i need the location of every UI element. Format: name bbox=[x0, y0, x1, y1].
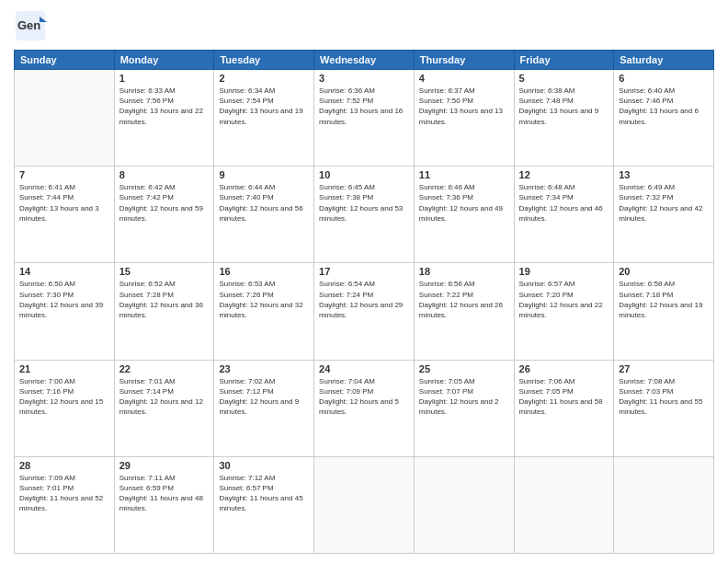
day-info: Sunrise: 7:06 AMSunset: 7:05 PMDaylight:… bbox=[519, 376, 609, 418]
day-info: Sunrise: 7:11 AMSunset: 6:59 PMDaylight:… bbox=[119, 473, 210, 514]
day-info: Sunrise: 6:46 AMSunset: 7:36 PMDaylight:… bbox=[419, 182, 509, 224]
calendar-cell: 15Sunrise: 6:52 AMSunset: 7:28 PMDayligh… bbox=[114, 263, 214, 360]
week-row-4: 28Sunrise: 7:09 AMSunset: 7:01 PMDayligh… bbox=[15, 456, 714, 553]
calendar-cell: 19Sunrise: 6:57 AMSunset: 7:20 PMDayligh… bbox=[514, 263, 614, 360]
calendar-cell: 7Sunrise: 6:41 AMSunset: 7:44 PMDaylight… bbox=[15, 167, 115, 263]
day-number: 29 bbox=[119, 460, 210, 471]
calendar-table: SundayMondayTuesdayWednesdayThursdayFrid… bbox=[14, 50, 714, 554]
day-number: 7 bbox=[19, 169, 109, 180]
day-number: 15 bbox=[119, 266, 210, 277]
week-row-3: 21Sunrise: 7:00 AMSunset: 7:16 PMDayligh… bbox=[15, 360, 714, 456]
calendar-cell: 2Sunrise: 6:34 AMSunset: 7:54 PMDaylight… bbox=[214, 70, 314, 167]
day-info: Sunrise: 7:05 AMSunset: 7:07 PMDaylight:… bbox=[419, 376, 509, 418]
day-info: Sunrise: 6:54 AMSunset: 7:24 PMDaylight:… bbox=[319, 279, 409, 320]
weekday-header-tuesday: Tuesday bbox=[214, 51, 314, 70]
day-number: 2 bbox=[219, 73, 309, 84]
day-info: Sunrise: 6:42 AMSunset: 7:42 PMDaylight:… bbox=[119, 182, 210, 224]
calendar-cell: 20Sunrise: 6:58 AMSunset: 7:18 PMDayligh… bbox=[614, 263, 714, 360]
calendar-cell: 10Sunrise: 6:45 AMSunset: 7:38 PMDayligh… bbox=[314, 167, 415, 263]
day-info: Sunrise: 6:53 AMSunset: 7:26 PMDaylight:… bbox=[219, 279, 309, 320]
day-info: Sunrise: 6:45 AMSunset: 7:38 PMDaylight:… bbox=[319, 182, 409, 224]
day-info: Sunrise: 7:08 AMSunset: 7:03 PMDaylight:… bbox=[619, 376, 709, 418]
calendar-cell bbox=[414, 456, 514, 553]
calendar-cell: 27Sunrise: 7:08 AMSunset: 7:03 PMDayligh… bbox=[614, 360, 714, 456]
calendar-cell bbox=[514, 456, 614, 553]
day-info: Sunrise: 6:50 AMSunset: 7:30 PMDaylight:… bbox=[19, 279, 109, 320]
day-number: 21 bbox=[19, 363, 109, 374]
calendar-cell: 22Sunrise: 7:01 AMSunset: 7:14 PMDayligh… bbox=[114, 360, 214, 456]
day-info: Sunrise: 6:34 AMSunset: 7:54 PMDaylight:… bbox=[219, 86, 309, 127]
calendar-cell: 28Sunrise: 7:09 AMSunset: 7:01 PMDayligh… bbox=[15, 456, 115, 553]
day-number: 20 bbox=[619, 266, 709, 277]
day-info: Sunrise: 7:00 AMSunset: 7:16 PMDaylight:… bbox=[19, 376, 109, 418]
calendar-cell: 11Sunrise: 6:46 AMSunset: 7:36 PMDayligh… bbox=[414, 167, 514, 263]
day-info: Sunrise: 6:40 AMSunset: 7:46 PMDaylight:… bbox=[619, 86, 709, 127]
day-number: 10 bbox=[319, 169, 409, 180]
calendar-cell: 24Sunrise: 7:04 AMSunset: 7:09 PMDayligh… bbox=[314, 360, 415, 456]
week-row-0: 1Sunrise: 6:33 AMSunset: 7:56 PMDaylight… bbox=[15, 70, 714, 167]
day-number: 4 bbox=[419, 73, 509, 84]
day-number: 25 bbox=[419, 363, 509, 374]
day-number: 18 bbox=[419, 266, 509, 277]
day-info: Sunrise: 6:52 AMSunset: 7:28 PMDaylight:… bbox=[119, 279, 210, 320]
week-row-2: 14Sunrise: 6:50 AMSunset: 7:30 PMDayligh… bbox=[15, 263, 714, 360]
day-number: 19 bbox=[519, 266, 609, 277]
day-number: 27 bbox=[619, 363, 709, 374]
day-number: 1 bbox=[119, 73, 210, 84]
day-info: Sunrise: 6:48 AMSunset: 7:34 PMDaylight:… bbox=[519, 182, 609, 224]
weekday-header-saturday: Saturday bbox=[614, 51, 714, 70]
day-number: 12 bbox=[519, 169, 609, 180]
day-info: Sunrise: 6:49 AMSunset: 7:32 PMDaylight:… bbox=[619, 182, 709, 224]
calendar-cell bbox=[15, 70, 115, 167]
calendar-cell: 16Sunrise: 6:53 AMSunset: 7:26 PMDayligh… bbox=[214, 263, 314, 360]
day-number: 9 bbox=[219, 169, 309, 180]
calendar-cell: 3Sunrise: 6:36 AMSunset: 7:52 PMDaylight… bbox=[314, 70, 415, 167]
calendar-cell: 6Sunrise: 6:40 AMSunset: 7:46 PMDaylight… bbox=[614, 70, 714, 167]
day-info: Sunrise: 6:36 AMSunset: 7:52 PMDaylight:… bbox=[319, 86, 409, 127]
calendar-cell: 25Sunrise: 7:05 AMSunset: 7:07 PMDayligh… bbox=[414, 360, 514, 456]
day-number: 3 bbox=[319, 73, 409, 84]
day-info: Sunrise: 6:58 AMSunset: 7:18 PMDaylight:… bbox=[619, 279, 709, 320]
day-info: Sunrise: 6:56 AMSunset: 7:22 PMDaylight:… bbox=[419, 279, 509, 320]
day-number: 14 bbox=[19, 266, 109, 277]
day-info: Sunrise: 7:12 AMSunset: 6:57 PMDaylight:… bbox=[219, 473, 309, 514]
calendar-cell: 4Sunrise: 6:37 AMSunset: 7:50 PMDaylight… bbox=[414, 70, 514, 167]
day-number: 22 bbox=[119, 363, 210, 374]
calendar-cell: 14Sunrise: 6:50 AMSunset: 7:30 PMDayligh… bbox=[15, 263, 115, 360]
svg-text:Gen: Gen bbox=[17, 18, 40, 32]
calendar-cell: 18Sunrise: 6:56 AMSunset: 7:22 PMDayligh… bbox=[414, 263, 514, 360]
calendar-cell: 21Sunrise: 7:00 AMSunset: 7:16 PMDayligh… bbox=[15, 360, 115, 456]
calendar-cell: 12Sunrise: 6:48 AMSunset: 7:34 PMDayligh… bbox=[514, 167, 614, 263]
day-info: Sunrise: 7:09 AMSunset: 7:01 PMDaylight:… bbox=[19, 473, 109, 514]
weekday-header-monday: Monday bbox=[114, 51, 214, 70]
calendar-cell bbox=[314, 456, 415, 553]
day-info: Sunrise: 6:44 AMSunset: 7:40 PMDaylight:… bbox=[219, 182, 309, 224]
day-number: 17 bbox=[319, 266, 409, 277]
weekday-header-row: SundayMondayTuesdayWednesdayThursdayFrid… bbox=[15, 51, 714, 70]
calendar-cell: 1Sunrise: 6:33 AMSunset: 7:56 PMDaylight… bbox=[114, 70, 214, 167]
weekday-header-friday: Friday bbox=[514, 51, 614, 70]
day-info: Sunrise: 6:37 AMSunset: 7:50 PMDaylight:… bbox=[419, 86, 509, 127]
day-number: 11 bbox=[419, 169, 509, 180]
day-number: 30 bbox=[219, 460, 309, 471]
day-number: 8 bbox=[119, 169, 210, 180]
day-info: Sunrise: 6:38 AMSunset: 7:48 PMDaylight:… bbox=[519, 86, 609, 127]
day-number: 5 bbox=[519, 73, 609, 84]
day-info: Sunrise: 6:41 AMSunset: 7:44 PMDaylight:… bbox=[19, 182, 109, 224]
day-number: 28 bbox=[19, 460, 109, 471]
calendar-cell: 30Sunrise: 7:12 AMSunset: 6:57 PMDayligh… bbox=[214, 456, 314, 553]
calendar-cell: 9Sunrise: 6:44 AMSunset: 7:40 PMDaylight… bbox=[214, 167, 314, 263]
day-info: Sunrise: 7:04 AMSunset: 7:09 PMDaylight:… bbox=[319, 376, 409, 418]
calendar-cell: 5Sunrise: 6:38 AMSunset: 7:48 PMDaylight… bbox=[514, 70, 614, 167]
calendar-cell: 26Sunrise: 7:06 AMSunset: 7:05 PMDayligh… bbox=[514, 360, 614, 456]
weekday-header-sunday: Sunday bbox=[15, 51, 115, 70]
calendar-cell: 13Sunrise: 6:49 AMSunset: 7:32 PMDayligh… bbox=[614, 167, 714, 263]
day-number: 23 bbox=[219, 363, 309, 374]
day-info: Sunrise: 7:01 AMSunset: 7:14 PMDaylight:… bbox=[119, 376, 210, 418]
page: Gen SundayMondayTuesdayWednesdayThursday… bbox=[0, 0, 728, 563]
day-number: 6 bbox=[619, 73, 709, 84]
day-info: Sunrise: 6:57 AMSunset: 7:20 PMDaylight:… bbox=[519, 279, 609, 320]
week-row-1: 7Sunrise: 6:41 AMSunset: 7:44 PMDaylight… bbox=[15, 167, 714, 263]
calendar-cell: 8Sunrise: 6:42 AMSunset: 7:42 PMDaylight… bbox=[114, 167, 214, 263]
logo: Gen bbox=[14, 9, 49, 42]
